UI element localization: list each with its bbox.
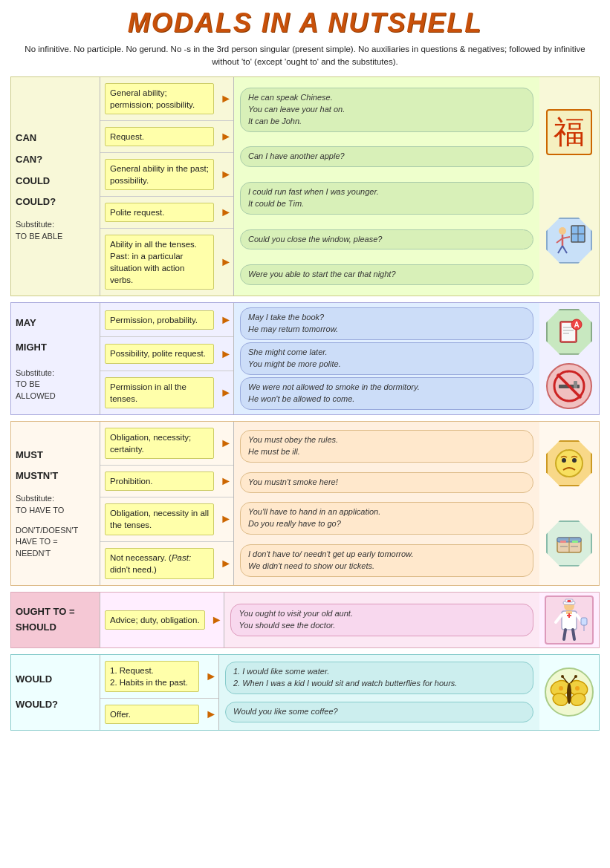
example-can-1: He can speak Chinese.You can leave your …	[240, 88, 533, 132]
modal-col-would: WOULD WOULD?	[11, 655, 100, 730]
desc-list-would: 1. Request.2. Habits in the past. ► Offe…	[100, 655, 219, 730]
modal-col-may: MAY MIGHT Substitute:TO BEALLOWED	[11, 303, 100, 414]
example-must-1: You must obey the rules.He must be ill.	[240, 430, 533, 463]
modal-col-ought: OUGHT TO =SHOULD	[11, 593, 100, 647]
modal-would-q: WOULD?	[16, 697, 95, 713]
example-ought-1: You ought to visit your old aunt.You sho…	[230, 604, 533, 636]
svg-line-35	[556, 615, 562, 622]
svg-point-51	[567, 683, 571, 704]
modal-ought: OUGHT TO =SHOULD	[16, 604, 95, 636]
section-can: CAN CAN? COULD COULD? Substitute:TO BE A…	[10, 76, 600, 297]
desc-item-may-2: Possibility, polite request. ►	[100, 337, 233, 371]
example-can-4: Could you close the window, please?	[240, 229, 533, 250]
arrow-would-2: ►	[204, 708, 218, 721]
desc-examples-must: Obligation, necessity; certainty. ► Proh…	[100, 422, 539, 585]
desc-box-can-1: General ability; permission; possibility…	[105, 83, 214, 114]
example-may-1: May I take the book?He may return tomorr…	[240, 307, 533, 340]
pencil-case-icon	[546, 521, 592, 567]
desc-examples-can: General ability; permission; possibility…	[100, 77, 539, 296]
sick-face-icon	[546, 440, 592, 486]
modal-could-q: COULD?	[16, 195, 95, 210]
modal-could: COULD	[16, 174, 95, 189]
svg-line-39	[564, 630, 565, 639]
desc-examples-may: Permission, probability. ► Possibility, …	[100, 303, 539, 414]
desc-item-may-1: Permission, probability. ►	[100, 303, 233, 337]
desc-item-can-5: Ability in all the tenses. Past: in a pa…	[100, 229, 233, 296]
desc-item-must-1: Obligation, necessity; certainty. ►	[100, 422, 233, 466]
desc-item-can-1: General ability; permission; possibility…	[100, 77, 233, 121]
arrow-can-3: ►	[218, 168, 233, 181]
desc-box-may-1: Permission, probability.	[105, 310, 214, 330]
svg-point-49	[559, 686, 563, 691]
desc-item-can-3: General ability in the past; possibility…	[100, 153, 233, 197]
svg-point-20	[556, 450, 583, 477]
desc-box-may-3: Permission in all the tenses.	[105, 377, 214, 408]
arrow-must-1: ►	[218, 437, 233, 450]
example-can-5: Were you able to start the car that nigh…	[240, 264, 533, 285]
desc-box-would-1: 1. Request.2. Habits in the past.	[105, 661, 199, 692]
svg-line-7	[558, 246, 562, 253]
arrow-must-2: ►	[218, 474, 233, 488]
svg-rect-18	[574, 381, 577, 388]
examples-would: 1. I would like some water.2. When I was…	[219, 655, 539, 730]
img-col-would	[539, 655, 599, 730]
img-col-can: 福	[539, 77, 599, 296]
example-must-4: I don't have to/ needn't get up early to…	[240, 544, 533, 577]
window-icon	[546, 218, 592, 264]
page-title: MODALS IN A NUTSHELL	[10, 7, 600, 39]
modal-can: CAN	[16, 131, 95, 146]
desc-item-must-3: Obligation, necessity in all the tenses.…	[100, 497, 233, 541]
example-would-2: Would you like some coffee?	[225, 702, 533, 722]
subtitle: No infinitive. No participle. No gerund.…	[10, 43, 600, 69]
desc-list-may: Permission, probability. ► Possibility, …	[100, 303, 234, 414]
desc-item-can-4: Polite request. ►	[100, 197, 233, 229]
examples-ought: You ought to visit your old aunt.You sho…	[224, 593, 539, 647]
desc-box-must-3: Obligation, necessity in all the tenses.	[105, 503, 214, 535]
examples-can: He can speak Chinese.You can leave your …	[234, 77, 539, 296]
example-can-3: I could run fast when I was younger.It c…	[240, 182, 533, 215]
modal-substitute-can: Substitute:TO BE ABLE	[16, 219, 95, 242]
book-icon: A	[546, 309, 592, 355]
arrow-can-4: ►	[218, 206, 233, 219]
desc-item-ought-1: Advice; duty, obligation. ►	[100, 593, 224, 647]
example-must-2: You mustn't smoke here!	[240, 472, 533, 493]
desc-list-must: Obligation, necessity; certainty. ► Proh…	[100, 422, 234, 585]
svg-text:A: A	[574, 321, 579, 329]
desc-list-ought: Advice; duty, obligation. ►	[100, 593, 224, 647]
svg-line-6	[562, 237, 570, 238]
arrow-can-1: ►	[218, 92, 233, 105]
svg-point-21	[562, 458, 566, 463]
desc-box-ought-1: Advice; duty, obligation.	[105, 610, 205, 630]
section-would: WOULD WOULD? 1. Request.2. Habits in the…	[10, 654, 600, 731]
desc-box-can-2: Request.	[105, 127, 214, 146]
example-must-3: You'll have to hand in an application.Do…	[240, 502, 533, 535]
arrow-must-4: ►	[218, 557, 233, 570]
svg-point-50	[575, 686, 580, 691]
examples-may: May I take the book?He may return tomorr…	[234, 303, 539, 414]
arrow-may-2: ►	[218, 347, 233, 361]
desc-box-must-2: Prohibition.	[105, 471, 214, 491]
desc-item-can-2: Request. ►	[100, 121, 233, 153]
desc-item-may-3: Permission in all the tenses. ►	[100, 371, 233, 414]
desc-list-can: General ability; permission; possibility…	[100, 77, 234, 296]
modal-must: MUST	[16, 448, 95, 463]
desc-item-would-1: 1. Request.2. Habits in the past. ►	[100, 655, 218, 699]
modal-substitute-must: Substitute:TO HAVE TO	[16, 493, 95, 516]
example-would-1: 1. I would like some water.2. When I was…	[225, 662, 533, 694]
modal-would: WOULD	[16, 672, 95, 688]
modal-substitute-may: Substitute:TO BEALLOWED	[16, 368, 95, 402]
modal-neednt: DON'T/DOESN'THAVE TO =NEEDN'T	[16, 525, 95, 559]
desc-examples-ought: Advice; duty, obligation. ► You ought to…	[100, 593, 539, 647]
doctor-icon	[545, 595, 594, 645]
desc-box-would-2: Offer.	[105, 705, 199, 724]
desc-box-must-1: Obligation, necessity; certainty.	[105, 428, 214, 459]
desc-box-can-5: Ability in all the tenses. Past: in a pa…	[105, 235, 214, 290]
chinese-char-icon: 福	[546, 109, 592, 155]
example-can-2: Can I have another apple?	[240, 146, 533, 167]
modal-col-can: CAN CAN? COULD COULD? Substitute:TO BE A…	[11, 77, 100, 296]
section-must: MUST MUSTN'T Substitute:TO HAVE TO DON'T…	[10, 421, 600, 586]
svg-point-55	[574, 675, 577, 678]
desc-examples-would: 1. Request.2. Habits in the past. ► Offe…	[100, 655, 539, 730]
svg-rect-27	[572, 541, 578, 543]
modal-mustnt: MUSTN'T	[16, 469, 95, 484]
